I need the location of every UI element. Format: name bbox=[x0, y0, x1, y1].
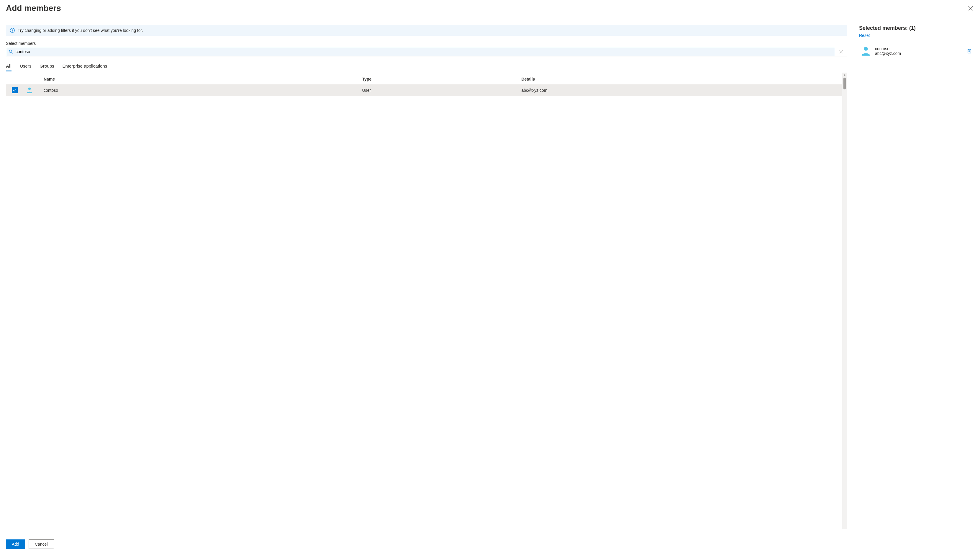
col-details-header: Details bbox=[521, 77, 840, 81]
panel-body: i Try changing or adding filters if you … bbox=[0, 19, 980, 535]
check-icon bbox=[13, 89, 16, 92]
tab-all[interactable]: All bbox=[6, 62, 11, 71]
col-name-header: Name bbox=[44, 77, 362, 81]
row-type: User bbox=[362, 88, 522, 92]
scroll-thumb[interactable] bbox=[843, 78, 846, 89]
row-details: abc@xyz.com bbox=[521, 88, 840, 92]
svg-point-3 bbox=[864, 47, 868, 51]
add-members-panel: Add members i Try changing or adding fil… bbox=[0, 0, 980, 553]
panel-header: Add members bbox=[0, 0, 980, 19]
svg-line-1 bbox=[11, 52, 13, 53]
tabs: All Users Groups Enterprise applications bbox=[6, 62, 847, 71]
remove-selected-button[interactable] bbox=[966, 47, 973, 55]
tab-groups[interactable]: Groups bbox=[40, 62, 54, 71]
info-icon: i bbox=[10, 28, 15, 33]
table-header: Name Type Details bbox=[6, 73, 842, 84]
reset-link[interactable]: Reset bbox=[859, 33, 974, 38]
right-pane: Selected members: (1) Reset contoso abc@… bbox=[853, 19, 980, 535]
selected-members-title: Selected members: (1) bbox=[859, 25, 974, 31]
cancel-button[interactable]: Cancel bbox=[29, 539, 54, 549]
close-button[interactable] bbox=[967, 5, 974, 12]
result-row[interactable]: contoso User abc@xyz.com bbox=[6, 84, 842, 96]
add-button[interactable]: Add bbox=[6, 539, 25, 549]
clear-icon bbox=[839, 50, 843, 53]
scroll-up-arrow[interactable]: ▲ bbox=[843, 73, 846, 77]
selected-item-name: contoso bbox=[875, 46, 966, 51]
user-icon bbox=[860, 45, 872, 57]
tab-enterprise-applications[interactable]: Enterprise applications bbox=[62, 62, 107, 71]
row-checkbox[interactable] bbox=[12, 88, 18, 93]
panel-footer: Add Cancel bbox=[0, 535, 980, 553]
results-area: Name Type Details contoso bbox=[6, 73, 847, 529]
selected-count: (1) bbox=[909, 25, 916, 31]
col-type-header: Type bbox=[362, 77, 522, 81]
close-icon bbox=[968, 6, 973, 11]
results-list: Name Type Details contoso bbox=[6, 73, 842, 529]
selected-item-details: abc@xyz.com bbox=[875, 51, 966, 56]
trash-icon bbox=[967, 48, 972, 54]
row-name: contoso bbox=[44, 88, 362, 92]
info-text: Try changing or adding filters if you do… bbox=[18, 28, 143, 33]
svg-point-0 bbox=[9, 50, 12, 53]
left-pane: i Try changing or adding filters if you … bbox=[0, 19, 853, 535]
selected-item: contoso abc@xyz.com bbox=[859, 43, 974, 59]
search-box bbox=[6, 47, 847, 56]
panel-title: Add members bbox=[6, 3, 61, 13]
search-input[interactable] bbox=[16, 48, 835, 55]
search-label: Select members bbox=[6, 41, 847, 46]
clear-search-button[interactable] bbox=[835, 47, 847, 56]
user-icon bbox=[26, 87, 33, 94]
search-icon bbox=[6, 49, 16, 54]
svg-point-2 bbox=[28, 88, 31, 90]
scrollbar[interactable]: ▲ bbox=[842, 73, 847, 529]
tab-users[interactable]: Users bbox=[20, 62, 31, 71]
info-banner: i Try changing or adding filters if you … bbox=[6, 25, 847, 36]
